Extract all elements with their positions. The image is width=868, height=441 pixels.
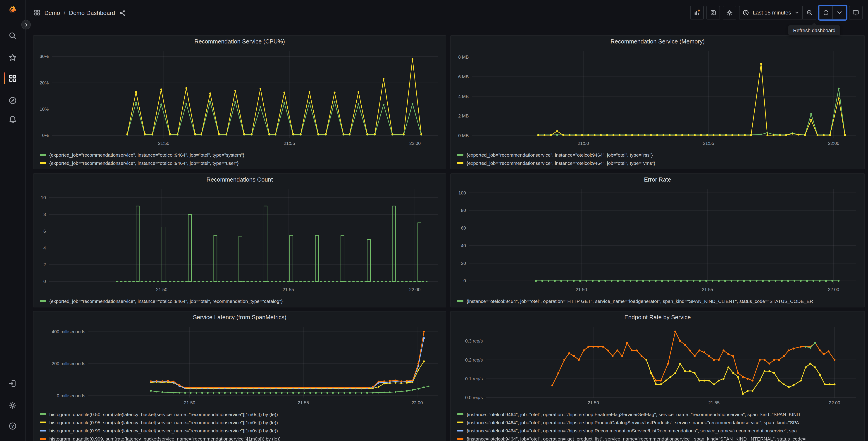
legend-item[interactable]: histogram_quantile(0.99, sum(rate(latenc… [40, 427, 442, 435]
panel-endpoint-rate-by-service: Endpoint Rate by Service21:5021:5522:000… [450, 311, 865, 441]
chevron-down-icon [794, 10, 800, 16]
svg-text:21:55: 21:55 [284, 141, 295, 146]
legend-item[interactable]: {exported_job="recommendationservice", i… [40, 151, 442, 159]
refresh-interval-dropdown[interactable] [833, 6, 846, 20]
svg-text:4 MB: 4 MB [458, 94, 469, 99]
legend-series-label: histogram_quantile(0.50, sum(rate(latenc… [49, 412, 278, 417]
panel-service-latency-from-spanmetrics: Service Latency (from SpanMetrics)21:502… [33, 311, 446, 441]
legend-item[interactable]: {instance="otelcol:9464", job="otel", op… [457, 418, 861, 427]
legend-series-label: histogram_quantile(0.999, sum(rate(laten… [49, 436, 281, 441]
legend-item[interactable]: {instance="otelcol:9464", job="otel", op… [457, 410, 861, 418]
svg-text:6 MB: 6 MB [458, 74, 469, 79]
svg-text:21:50: 21:50 [158, 141, 169, 146]
top-nav: Demo / Demo Dashboard Last 15 minutes [25, 0, 868, 27]
sidebar-item-explore[interactable] [8, 96, 17, 105]
panel-recommendation-service-cpu: Recommendation Service (CPU%)21:5021:552… [33, 35, 446, 169]
svg-text:22:00: 22:00 [409, 287, 421, 292]
svg-text:?: ? [11, 424, 14, 429]
legend-item[interactable]: histogram_quantile(0.50, sum(rate(latenc… [40, 410, 442, 418]
svg-text:0.1 req/s: 0.1 req/s [465, 376, 483, 381]
chart-area[interactable]: 21:5021:5522:000%10%20%30% [37, 48, 442, 147]
legend-item[interactable]: {instance="otelcol:9464", job="otel", op… [457, 435, 861, 441]
sidebar-item-alerting[interactable] [8, 115, 17, 124]
panel-title[interactable]: Recommendation Service (CPU%) [33, 36, 446, 48]
chart-area[interactable]: 21:5021:5522:000 MB2 MB4 MB6 MB8 MB [454, 48, 861, 147]
save-icon [710, 9, 717, 16]
legend-series-label: histogram_quantile(0.99, sum(rate(latenc… [49, 428, 278, 433]
breadcrumb-page[interactable]: Demo Dashboard [69, 9, 115, 16]
svg-text:22:00: 22:00 [828, 141, 839, 146]
breadcrumb: Demo / Demo Dashboard [33, 9, 126, 16]
panel-legend: histogram_quantile(0.50, sum(rate(latenc… [40, 410, 442, 441]
chart-area[interactable]: 21:5021:5522:000 milliseconds200 millise… [37, 323, 442, 407]
chart-area[interactable]: 21:5021:5522:00020406080100 [454, 186, 861, 293]
sidebar-item-dashboards[interactable] [8, 74, 17, 83]
panel-title[interactable]: Recommendation Service (Memory) [451, 36, 864, 48]
grafana-logo[interactable] [6, 4, 19, 17]
save-dashboard-button[interactable] [707, 6, 720, 20]
svg-text:21:50: 21:50 [578, 141, 589, 146]
svg-text:20%: 20% [40, 80, 49, 85]
kiosk-mode-button[interactable] [849, 6, 863, 20]
panel-legend: {instance="otelcol:9464", job="otel", op… [457, 297, 861, 305]
refresh-controls [819, 6, 846, 20]
breadcrumb-section[interactable]: Demo [44, 9, 60, 16]
dashboard-settings-button[interactable] [723, 6, 737, 20]
legend-series-swatch [40, 162, 46, 164]
legend-series-swatch [40, 413, 46, 415]
add-panel-button[interactable] [690, 6, 704, 20]
svg-text:0: 0 [43, 279, 46, 284]
panel-recommendations-count: Recommendations Count21:5021:5522:000246… [33, 173, 446, 307]
svg-text:21:55: 21:55 [283, 287, 294, 292]
legend-series-swatch [40, 300, 46, 302]
svg-text:0.2 req/s: 0.2 req/s [465, 357, 483, 362]
svg-text:0.3 req/s: 0.3 req/s [465, 339, 483, 344]
sidebar-item-starred[interactable] [8, 53, 17, 62]
legend-series-swatch [40, 154, 46, 156]
sidebar-item-sign-in[interactable] [8, 379, 17, 388]
chart-area[interactable]: 21:5021:5522:000.0 req/s0.1 req/s0.2 req… [454, 323, 861, 407]
refresh-button[interactable] [819, 6, 833, 20]
svg-text:40: 40 [461, 243, 466, 248]
panel-title[interactable]: Endpoint Rate by Service [451, 312, 864, 323]
svg-text:400 milliseconds: 400 milliseconds [52, 329, 85, 334]
legend-series-swatch [457, 421, 463, 423]
chart-area[interactable]: 21:5021:5522:000246810 [37, 186, 442, 293]
legend-item[interactable]: {exported_job="recommendationservice", i… [40, 297, 442, 305]
legend-item[interactable]: {exported_job="recommendationservice", i… [457, 159, 861, 167]
svg-text:21:50: 21:50 [588, 400, 599, 405]
panel-title[interactable]: Recommendations Count [33, 174, 446, 186]
share-icon[interactable] [120, 9, 126, 16]
legend-item[interactable]: histogram_quantile(0.95, sum(rate(latenc… [40, 418, 442, 427]
legend-series-label: {instance="otelcol:9464", job="otel", op… [467, 436, 806, 441]
legend-item[interactable]: {instance="otelcol:9464", job="otel", op… [457, 297, 861, 305]
sidebar-expand-button[interactable] [21, 20, 31, 29]
sign-in-icon [8, 379, 17, 388]
star-icon [8, 53, 17, 62]
tooltip-text: Refresh dashboard [793, 28, 835, 33]
legend-series-swatch [40, 438, 46, 440]
legend-series-swatch [457, 438, 463, 440]
chevron-down-icon [836, 9, 843, 16]
sidebar-item-search[interactable] [8, 31, 17, 40]
monitor-icon [852, 9, 859, 16]
legend-item[interactable]: {exported_job="recommendationservice", i… [457, 151, 861, 159]
sidebar: ? [0, 0, 26, 441]
time-range-picker[interactable]: Last 15 minutes [739, 6, 803, 20]
panel-title[interactable]: Error Rate [451, 174, 864, 186]
panel-title[interactable]: Service Latency (from SpanMetrics) [33, 312, 446, 323]
panel-legend: {exported_job="recommendationservice", i… [40, 297, 442, 305]
legend-item[interactable]: {exported_job="recommendationservice", i… [40, 159, 442, 167]
svg-text:80: 80 [461, 208, 466, 213]
legend-series-label: {instance="otelcol:9464", job="otel", op… [467, 420, 799, 425]
refresh-icon [822, 9, 830, 16]
svg-text:21:55: 21:55 [298, 400, 309, 405]
legend-item[interactable]: histogram_quantile(0.999, sum(rate(laten… [40, 435, 442, 441]
legend-item[interactable]: {instance="otelcol:9464", job="otel", op… [457, 427, 861, 435]
svg-text:21:50: 21:50 [576, 287, 587, 292]
sidebar-item-configuration[interactable] [8, 401, 17, 410]
zoom-out-button[interactable] [803, 6, 816, 20]
svg-text:20: 20 [461, 261, 466, 266]
legend-series-label: {exported_job="recommendationservice", i… [467, 152, 653, 157]
sidebar-item-help[interactable]: ? [8, 421, 17, 431]
